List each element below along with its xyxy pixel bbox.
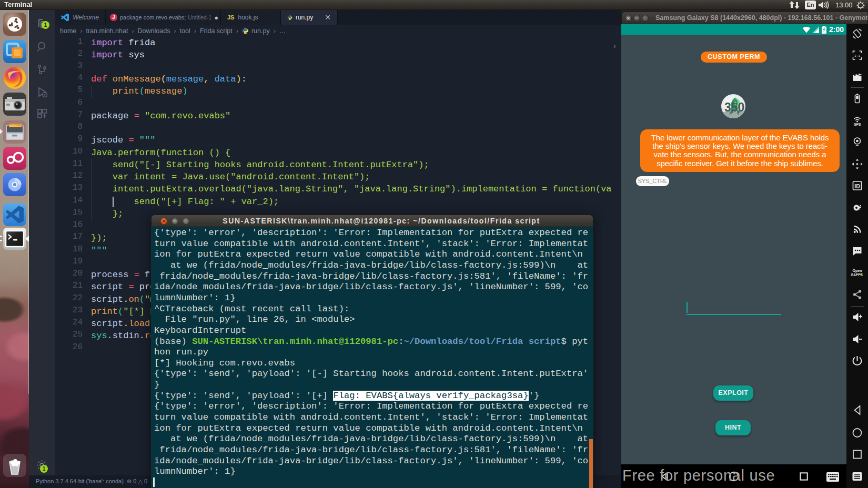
svg-text:350: 350 xyxy=(724,100,744,114)
svg-text:1 : 1: 1 : 1 xyxy=(854,54,860,57)
svg-text:GAPPS: GAPPS xyxy=(851,273,863,277)
svg-text:GPS: GPS xyxy=(854,123,861,126)
svg-text:ID: ID xyxy=(854,183,860,189)
svg-text:Open: Open xyxy=(853,269,862,273)
